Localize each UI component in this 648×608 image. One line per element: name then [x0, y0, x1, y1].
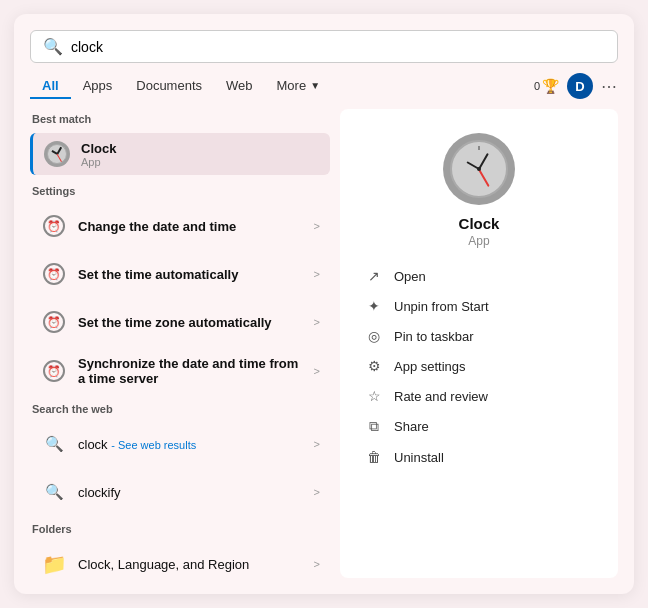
search-web-icon-1: 🔍 [40, 478, 68, 506]
open-icon: ↗ [364, 268, 384, 284]
settings-label: Settings [30, 181, 330, 199]
tab-all[interactable]: All [30, 74, 71, 99]
action-share[interactable]: ⧉ Share [356, 412, 602, 441]
settings-item-2[interactable]: ⏰ Set the time zone automatically > [30, 301, 330, 343]
chevron-right-icon: > [314, 268, 320, 280]
chevron-right-icon: > [314, 316, 320, 328]
search-bar: 🔍 [30, 30, 618, 63]
chevron-right-icon: > [314, 558, 320, 570]
date-time-icon: ⏰ [40, 212, 68, 240]
settings-item-1[interactable]: ⏰ Set the time automatically > [30, 253, 330, 295]
share-icon: ⧉ [364, 418, 384, 435]
notification-badge: 0 🏆 [534, 78, 559, 94]
search-icon: 🔍 [43, 37, 63, 56]
chevron-right-icon: > [314, 486, 320, 498]
timezone-icon: ⏰ [40, 308, 68, 336]
best-match-title: Clock [81, 141, 116, 156]
tabs-row: All Apps Documents Web More ▼ 0 🏆 D ⋯ [30, 73, 618, 99]
search-input[interactable] [71, 39, 605, 55]
chevron-right-icon: > [314, 438, 320, 450]
settings-item-0[interactable]: ⏰ Change the date and time > [30, 205, 330, 247]
app-name: Clock [459, 215, 500, 232]
folders-label: Folders [30, 519, 330, 537]
web-label-1: clockify [78, 485, 121, 500]
app-type: App [468, 234, 489, 248]
tab-documents[interactable]: Documents [124, 74, 214, 99]
pin-taskbar-icon: ◎ [364, 328, 384, 344]
action-rate-review[interactable]: ☆ Rate and review [356, 382, 602, 410]
search-web-label: Search the web [30, 399, 330, 417]
app-settings-icon: ⚙ [364, 358, 384, 374]
action-list: ↗ Open ✦ Unpin from Start ◎ Pin to taskb… [356, 262, 602, 471]
action-uninstall[interactable]: 🗑 Uninstall [356, 443, 602, 471]
tab-apps[interactable]: Apps [71, 74, 125, 99]
action-unpin-start[interactable]: ✦ Unpin from Start [356, 292, 602, 320]
tab-more[interactable]: More ▼ [265, 74, 333, 99]
chevron-right-icon: > [314, 365, 320, 377]
more-options-icon[interactable]: ⋯ [601, 77, 618, 96]
uninstall-icon: 🗑 [364, 449, 384, 465]
tab-web[interactable]: Web [214, 74, 265, 99]
left-panel: Best match Clock App Se [30, 109, 330, 578]
chevron-right-icon: > [314, 220, 320, 232]
best-match-label: Best match [30, 109, 330, 127]
action-app-settings[interactable]: ⚙ App settings [356, 352, 602, 380]
chevron-down-icon: ▼ [310, 80, 320, 91]
auto-time-icon: ⏰ [40, 260, 68, 288]
clock-app-preview-icon [443, 133, 515, 205]
clock-app-icon [43, 140, 71, 168]
rate-review-icon: ☆ [364, 388, 384, 404]
settings-item-3[interactable]: ⏰ Synchronize the date and time from a t… [30, 349, 330, 393]
action-open[interactable]: ↗ Open [356, 262, 602, 290]
best-match-sub: App [81, 156, 116, 168]
web-item-1[interactable]: 🔍 clockify > [30, 471, 330, 513]
action-pin-taskbar[interactable]: ◎ Pin to taskbar [356, 322, 602, 350]
unpin-start-icon: ✦ [364, 298, 384, 314]
user-avatar[interactable]: D [567, 73, 593, 99]
web-item-0[interactable]: 🔍 clock - See web results > [30, 423, 330, 465]
main-content: Best match Clock App Se [30, 109, 618, 578]
folder-icon: 📁 [40, 550, 68, 578]
right-panel: Clock App ↗ Open ✦ Unpin from Start ◎ Pi… [340, 109, 618, 578]
sync-time-icon: ⏰ [40, 357, 68, 385]
trophy-icon: 🏆 [542, 78, 559, 94]
folder-item-0[interactable]: 📁 Clock, Language, and Region > [30, 543, 330, 578]
folder-label-0: Clock, Language, and Region [78, 557, 249, 572]
best-match-clock[interactable]: Clock App [30, 133, 330, 175]
tabs-right: 0 🏆 D ⋯ [534, 73, 618, 99]
search-container: 🔍 All Apps Documents Web More ▼ 0 🏆 D ⋯ … [14, 14, 634, 594]
search-web-icon-0: 🔍 [40, 430, 68, 458]
